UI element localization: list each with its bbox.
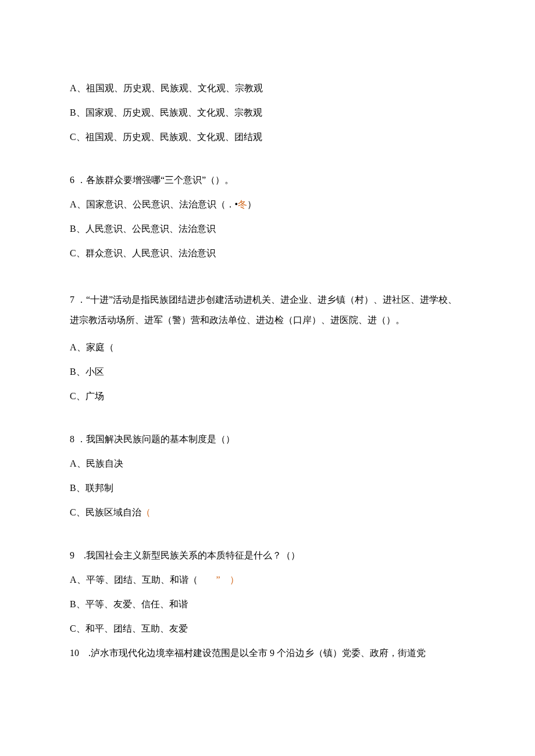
q9-stem: 9 .我国社会主义新型民族关系的本质特征是什么？（） xyxy=(70,549,465,562)
q5-option-a: A、祖国观、历史观、民族观、文化观、宗教观 xyxy=(70,81,465,95)
q8-stem: 8 ．我国解决民族问题的基本制度是（） xyxy=(70,432,465,446)
q6-option-c: C、群众意识、人民意识、法治意识 xyxy=(70,246,465,260)
q6-stem: 6 ．各族群众要增强哪“三个意识”（）。 xyxy=(70,173,465,187)
q5-option-c: C、祖国观、历史观、民族观、文化观、团结观 xyxy=(70,130,465,144)
q9-option-a-prefix: A、平等、团结、互助、和谐（ xyxy=(70,575,216,585)
q6-option-b: B、人民意识、公民意识、法治意识 xyxy=(70,222,465,236)
q6-option-a-prefix: A、国家意识、公民意识、法治意识（．• xyxy=(70,199,238,209)
q9-option-a: A、平等、团结、互助、和谐（ ” ） xyxy=(70,573,465,587)
q6-option-a-suffix: ） xyxy=(247,199,256,209)
q7-option-c: C、广场 xyxy=(70,389,465,403)
q8-option-a: A、民族自决 xyxy=(70,457,465,471)
document-page: A、祖国观、历史观、民族观、文化观、宗教观 B、国家观、历史观、民族观、文化观、… xyxy=(0,0,535,756)
q8-option-c-prefix: C、民族区域自治 xyxy=(70,507,141,517)
q8-option-c: C、民族区域自治（ xyxy=(70,506,465,519)
q8-option-b: B、联邦制 xyxy=(70,481,465,495)
q9-option-b: B、平等、友爱、信任、和谐 xyxy=(70,597,465,611)
q9-option-c: C、和平、团结、互助、友爱 xyxy=(70,622,465,636)
q7-stem: 7 ．“十进”活动是指民族团结进步创建活动进机关、进企业、进乡镇（村）、进社区、… xyxy=(70,289,465,330)
q5-option-b: B、国家观、历史观、民族观、文化观、宗教观 xyxy=(70,106,465,120)
q7-option-a: A、家庭（ xyxy=(70,341,465,354)
q7-option-b: B、小区 xyxy=(70,365,465,379)
q9-option-a-annotation: ” ） xyxy=(216,575,239,585)
q6-option-a: A、国家意识、公民意识、法治意识（．•冬） xyxy=(70,198,465,212)
q6-option-a-annotation: 冬 xyxy=(238,199,247,209)
q8-option-c-annotation: （ xyxy=(141,507,151,517)
q10-stem: 10 .泸水市现代化边境幸福村建设范围是以全市 9 个沿边乡（镇）党委、政府，街… xyxy=(70,646,465,660)
